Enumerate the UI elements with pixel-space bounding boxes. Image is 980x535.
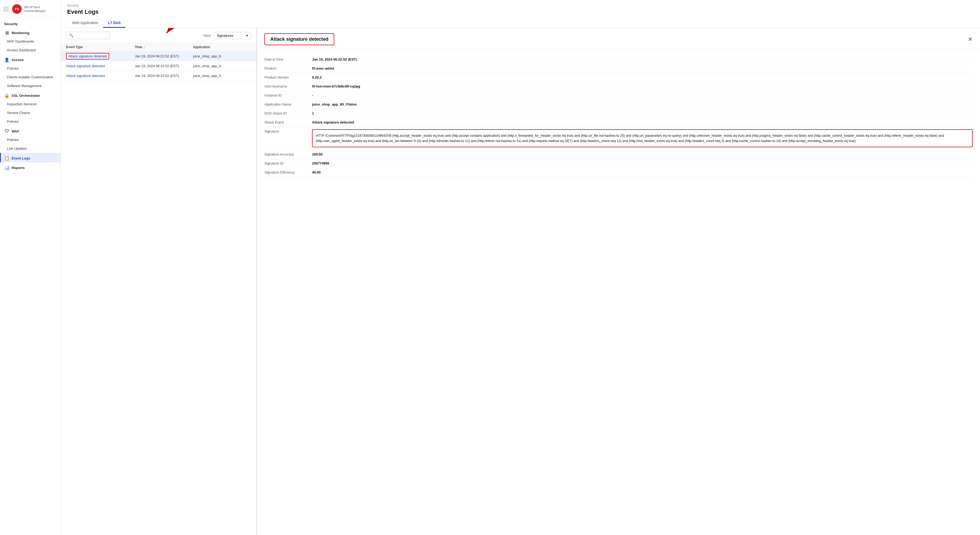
- content-area: 🔍 View Signatures ▾ Event Type Time ↓ Ap…: [61, 28, 980, 535]
- sidebar-item-access-dashboard[interactable]: Access Dashboard: [0, 46, 60, 54]
- detail-row-sig-accuracy: Signature Accuracy 100.00: [264, 150, 973, 159]
- main-header: Security Event Logs Web Application L7 D…: [61, 0, 980, 28]
- time-cell: Jan 19, 2024 06:22:52 (EST): [135, 74, 193, 78]
- app-cell: juice_shop_app_8: [193, 54, 251, 58]
- detail-row-app-name: Application Name juice_shop_app_80_l7ddo…: [264, 100, 973, 109]
- sort-icon: ↓: [143, 45, 145, 49]
- sidebar-category-reports[interactable]: 📊 Reports: [0, 162, 60, 172]
- col-time: Time ↓: [135, 45, 193, 49]
- sidebar-category-event-logs[interactable]: 📋 Event Logs: [0, 153, 60, 162]
- sidebar-item-service-chains[interactable]: Service Chains: [0, 108, 60, 117]
- detail-body: Date & Time Jan 19, 2024 06:22:52 (EST) …: [257, 50, 980, 182]
- col-application: Application: [193, 45, 251, 49]
- table-row[interactable]: Attack signature detected Jan 19, 2024 0…: [61, 51, 256, 61]
- table-row[interactable]: Attack signature detected Jan 19, 2024 0…: [61, 71, 256, 81]
- detail-row-datetime: Date & Time Jan 19, 2024 06:22:52 (EST): [264, 55, 973, 64]
- detail-row-attack-event: Attack Event Attack signature detected: [264, 118, 973, 127]
- app-name: BIG-IP Next Central Manager: [24, 5, 46, 13]
- sidebar-category-monitoring[interactable]: ⊞ Monitoring: [0, 27, 60, 37]
- event-link[interactable]: Attack signature detected: [66, 53, 109, 59]
- sidebar-section-label: Security: [0, 18, 60, 27]
- sidebar-item-live-updates[interactable]: Live Updates: [0, 144, 60, 153]
- detail-row-sig-id: Signature ID 255774856: [264, 159, 973, 168]
- view-label: View: [204, 33, 211, 38]
- search-box[interactable]: 🔍: [66, 32, 110, 39]
- app-cell: juice_shop_app_8: [193, 74, 251, 78]
- detail-title-box: Attack signature detected: [264, 33, 334, 45]
- sidebar-category-waf[interactable]: 🛡 WAF: [0, 126, 60, 135]
- main-content: Security Event Logs Web Application L7 D…: [61, 0, 980, 535]
- time-cell: Jan 19, 2024 06:22:52 (EST): [135, 64, 193, 68]
- detail-row-product-version: Product Version 0.20.2: [264, 73, 973, 82]
- tabs: Web Application L7 DoS: [67, 19, 974, 28]
- event-type-cell: Attack signature detected: [66, 73, 135, 78]
- breadcrumb: Security: [67, 4, 974, 7]
- table-header: Event Type Time ↓ Application: [61, 43, 256, 51]
- event-link[interactable]: Attack signature detected: [66, 74, 105, 78]
- search-input[interactable]: [75, 33, 107, 38]
- sidebar: F5 BIG-IP Next Central Manager Security …: [0, 0, 61, 535]
- col-event-type: Event Type: [66, 45, 135, 49]
- sidebar-category-access[interactable]: 👤 Access: [0, 54, 60, 64]
- table-row[interactable]: Attack signature detected Jan 19, 2024 0…: [61, 61, 256, 71]
- app-cell: juice_shop_app_8: [193, 64, 251, 68]
- waf-icon: 🛡: [4, 129, 10, 134]
- event-link[interactable]: Attack signature detected: [66, 64, 105, 68]
- detail-row-unit-hostname: Unit Hostname f5-fsm-tmm-67cfb9c4ff-cq2p…: [264, 82, 973, 91]
- event-type-cell: Attack signature detected: [66, 64, 135, 68]
- table-toolbar: 🔍 View Signatures ▾: [61, 28, 256, 43]
- sidebar-item-inspection-services[interactable]: Inspection Services: [0, 100, 60, 108]
- detail-row-sig-efficiency: Signature Efficiency 46.00: [264, 168, 973, 177]
- time-cell: Jan 19, 2024 06:22:52 (EST): [135, 54, 193, 58]
- detail-row-product: Product f5-asec-admd: [264, 64, 973, 73]
- sidebar-item-clients-installer[interactable]: Clients Installer Customization: [0, 73, 60, 81]
- detail-title: Attack signature detected: [270, 37, 328, 42]
- table-panel: 🔍 View Signatures ▾ Event Type Time ↓ Ap…: [61, 28, 256, 535]
- tab-l7-dos[interactable]: L7 DoS: [103, 19, 125, 28]
- ssl-icon: 🔒: [4, 93, 10, 98]
- app-menu-icon[interactable]: [4, 6, 8, 11]
- sidebar-item-waf-dashboards[interactable]: WAF Dashboards: [0, 37, 60, 46]
- sidebar-header: F5 BIG-IP Next Central Manager: [0, 0, 60, 18]
- signature-value: HTTP /Common/HTTPSig15187309280114954376…: [312, 129, 973, 147]
- detail-row-instance-id: Instance ID -: [264, 91, 973, 100]
- sidebar-item-waf-policies[interactable]: Policies: [0, 135, 60, 144]
- page-title: Event Logs: [67, 8, 974, 19]
- close-button[interactable]: ✕: [968, 37, 973, 42]
- sidebar-item-access-policies[interactable]: Policies: [0, 64, 60, 73]
- monitoring-icon: ⊞: [4, 30, 10, 35]
- detail-row-dos-attack-id: DOS Attack ID 1: [264, 109, 973, 118]
- sidebar-category-ssl[interactable]: 🔒 SSL Orchestrator: [0, 90, 60, 100]
- view-dropdown[interactable]: Signatures ▾: [214, 32, 251, 39]
- reports-icon: 📊: [4, 165, 10, 170]
- sidebar-item-ssl-policies[interactable]: Policies: [0, 117, 60, 126]
- detail-panel: Attack signature detected ✕ Date & Time …: [256, 28, 980, 535]
- sidebar-item-software-management[interactable]: Software Management: [0, 81, 60, 90]
- detail-row-signature: Signature HTTP /Common/HTTPSig1518730928…: [264, 127, 973, 150]
- access-icon: 👤: [4, 57, 10, 62]
- chevron-down-icon: ▾: [246, 33, 248, 38]
- event-type-cell: Attack signature detected: [66, 54, 135, 58]
- event-logs-icon: 📋: [4, 156, 10, 161]
- tab-web-application[interactable]: Web Application: [67, 19, 103, 28]
- search-icon: 🔍: [69, 33, 73, 38]
- f5-logo: F5: [12, 4, 22, 14]
- detail-header: Attack signature detected ✕: [257, 28, 980, 50]
